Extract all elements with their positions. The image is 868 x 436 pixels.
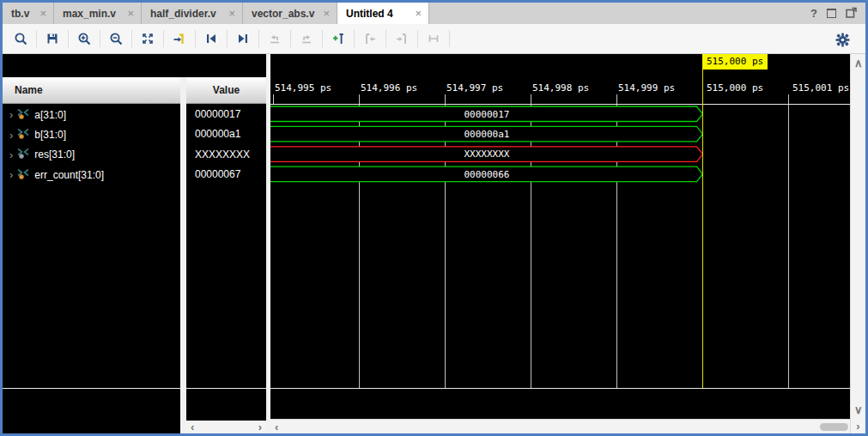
toolbar-separator — [417, 30, 418, 47]
zoom-fit-button[interactable] — [137, 27, 159, 50]
next-transition-button[interactable] — [232, 27, 254, 50]
signal-value-list: 00000017 000000a1 XXXXXXXX 00000067 — [186, 105, 266, 185]
previous-edge-button[interactable] — [264, 27, 286, 50]
toolbar-separator — [290, 30, 291, 47]
close-icon[interactable]: × — [415, 8, 422, 19]
help-icon[interactable]: ? — [810, 7, 817, 20]
tab-label: Untitled 4 — [346, 8, 393, 20]
signal-row-b[interactable]: › b[31:0] — [3, 124, 180, 144]
scroll-right-icon[interactable]: › — [856, 421, 859, 432]
waveform-vscrollbar[interactable]: ∧ ∨ — [850, 54, 865, 419]
signal-row-a[interactable]: › a[31:0] — [3, 105, 180, 124]
toolbar-separator — [258, 30, 259, 47]
vivado-waveform-window: tb.v × max_min.v × half_divider.v × vect… — [0, 0, 868, 436]
close-icon[interactable]: × — [39, 8, 46, 19]
signal-name: b[31:0] — [34, 129, 66, 141]
previous-marker-button[interactable] — [359, 27, 381, 50]
signal-value: 000000a1 — [186, 124, 266, 144]
tab-label: vector_abs.v — [252, 8, 314, 20]
signal-value: XXXXXXXX — [186, 145, 266, 165]
toolbar-separator — [449, 30, 450, 47]
next-edge-button[interactable] — [295, 27, 318, 50]
find-button[interactable] — [9, 27, 32, 50]
bus-value-a: 00000017 — [270, 109, 703, 120]
waveform-main-area: Name Value › a[31:0] › b[31:0] › — [3, 54, 865, 433]
value-panel-hscrollbar[interactable]: ‹ › — [186, 421, 266, 433]
toolbar-separator — [68, 30, 69, 47]
signal-value: 00000017 — [186, 105, 266, 124]
toolbar-separator — [385, 30, 386, 47]
next-marker-button[interactable] — [391, 27, 413, 50]
snap-to-transition-button[interactable] — [422, 27, 445, 50]
float-window-icon[interactable] — [846, 6, 857, 21]
expand-chevron-icon[interactable]: › — [9, 109, 13, 120]
bus-signal-undefined-icon — [17, 148, 29, 161]
hscrollbar-thumb[interactable] — [820, 423, 848, 431]
zoom-out-button[interactable] — [105, 27, 127, 50]
name-column-header: Name — [3, 77, 180, 104]
toolbar-separator — [163, 30, 164, 47]
signal-name-list: › a[31:0] › b[31:0] › res[31:0] — [3, 105, 180, 185]
panel-bottom-line — [3, 388, 180, 389]
zoom-in-button[interactable] — [73, 27, 95, 50]
tab-label: max_min.v — [63, 8, 116, 20]
close-icon[interactable]: × — [127, 8, 134, 19]
scroll-left-icon[interactable]: ‹ — [275, 421, 278, 433]
close-icon[interactable]: × — [228, 8, 235, 19]
signal-name: res[31:0] — [34, 148, 75, 160]
maximize-icon[interactable] — [827, 9, 836, 18]
settings-gear-button[interactable] — [831, 28, 853, 51]
zoom-to-cursor-button[interactable] — [168, 27, 191, 50]
signal-row-res[interactable]: › res[31:0] — [3, 145, 180, 165]
expand-chevron-icon[interactable]: › — [9, 130, 13, 141]
value-column-header: Value — [186, 77, 266, 104]
signal-row-err-count[interactable]: › err_count[31:0] — [3, 165, 180, 185]
scroll-down-icon[interactable]: ∨ — [854, 404, 863, 415]
tab-vector-abs-v[interactable]: vector_abs.v × — [243, 3, 337, 24]
bus-signal-icon — [17, 128, 29, 142]
scroll-right-icon[interactable]: › — [258, 421, 262, 433]
bus-value-res: XXXXXXXX — [270, 148, 703, 160]
expand-chevron-icon[interactable]: › — [9, 149, 13, 160]
name-value-divider[interactable] — [180, 77, 186, 433]
bus-signal-icon — [17, 108, 29, 122]
toolbar-separator — [195, 30, 196, 47]
bus-value-err-count: 00000066 — [270, 169, 703, 180]
scrollbar-corner: › — [850, 419, 865, 433]
bus-value-b: 000000a1 — [270, 129, 703, 140]
tab-label: half_divider.v — [150, 8, 216, 20]
panel-bottom-line — [186, 388, 266, 389]
toolbar-separator — [100, 30, 100, 47]
waveform-panel[interactable]: 515,000 ps 514,995 ps 514,996 ps 514,997… — [270, 54, 850, 433]
toolbar-separator — [227, 30, 228, 47]
tab-tb-v[interactable]: tb.v × — [3, 3, 54, 24]
toolbar-separator — [131, 30, 132, 47]
signal-name: err_count[31:0] — [34, 169, 104, 181]
scroll-left-icon[interactable]: ‹ — [191, 421, 194, 433]
toolbar-separator — [322, 30, 323, 47]
tab-label: tb.v — [11, 8, 29, 20]
add-marker-button[interactable] — [327, 27, 349, 50]
editor-tab-bar: tb.v × max_min.v × half_divider.v × vect… — [3, 3, 865, 24]
waveform-hscrollbar[interactable]: ‹ — [270, 419, 850, 433]
toolbar-separator — [36, 30, 37, 47]
signal-name: a[31:0] — [34, 109, 66, 121]
bus-signal-icon — [17, 168, 29, 182]
tab-half-divider-v[interactable]: half_divider.v × — [142, 3, 243, 24]
expand-chevron-icon[interactable]: › — [9, 169, 13, 180]
waveform-toolbar — [3, 24, 865, 54]
tab-max-min-v[interactable]: max_min.v × — [54, 3, 142, 24]
save-waveform-button[interactable] — [41, 27, 64, 50]
window-controls: ? — [810, 3, 865, 24]
tab-untitled-4[interactable]: Untitled 4 × — [337, 3, 429, 24]
cursor-time-flag[interactable]: 515,000 ps — [702, 54, 768, 70]
close-icon[interactable]: × — [323, 8, 330, 19]
toolbar-separator — [354, 30, 355, 47]
previous-transition-button[interactable] — [200, 27, 222, 50]
signal-value: 00000067 — [186, 165, 266, 185]
scroll-up-icon[interactable]: ∧ — [854, 58, 863, 69]
